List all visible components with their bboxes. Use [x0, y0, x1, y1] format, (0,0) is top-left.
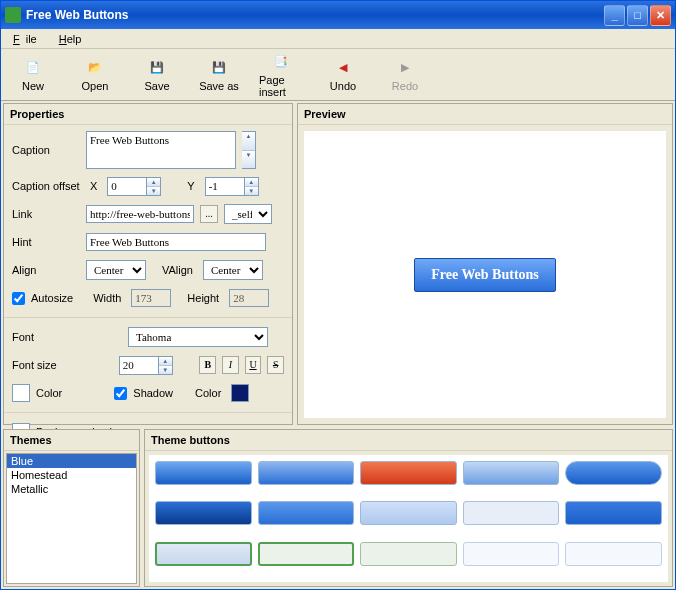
- titlebar: Free Web Buttons _ □ ✕: [1, 1, 675, 29]
- menubar: File Help: [1, 29, 675, 49]
- theme-swatch[interactable]: [360, 501, 457, 525]
- x-label: X: [90, 180, 97, 192]
- y-up[interactable]: ▲: [245, 178, 258, 187]
- offset-y-input[interactable]: [205, 177, 245, 196]
- y-label: Y: [187, 180, 194, 192]
- fontsize-input[interactable]: [119, 356, 159, 375]
- font-color-swatch[interactable]: [12, 384, 30, 402]
- theme-swatch[interactable]: [463, 501, 560, 525]
- theme-buttons-panel: Theme buttons: [144, 429, 673, 587]
- minimize-button[interactable]: _: [604, 5, 625, 26]
- saveas-icon: 💾: [209, 58, 229, 78]
- preview-title: Preview: [298, 104, 672, 125]
- open-icon: 📂: [85, 58, 105, 78]
- theme-buttons-title: Theme buttons: [145, 430, 672, 451]
- preview-button[interactable]: Free Web Buttons: [414, 258, 556, 292]
- caption-label: Caption: [12, 144, 80, 156]
- themes-title: Themes: [4, 430, 139, 451]
- theme-swatch[interactable]: [360, 542, 457, 566]
- caption-input[interactable]: Free Web Buttons: [86, 131, 236, 169]
- x-down[interactable]: ▼: [147, 187, 160, 195]
- valign-label: VAlign: [162, 264, 193, 276]
- link-input[interactable]: [86, 205, 194, 223]
- link-browse-button[interactable]: ...: [200, 205, 218, 223]
- toolbar-open[interactable]: 📂Open: [73, 58, 117, 92]
- y-down[interactable]: ▼: [245, 187, 258, 195]
- properties-panel: Properties Caption Free Web Buttons ▲▼ C…: [3, 103, 293, 425]
- theme-swatch[interactable]: [463, 542, 560, 566]
- align-label: Align: [12, 264, 80, 276]
- theme-swatch[interactable]: [155, 501, 252, 525]
- menu-file[interactable]: File: [7, 32, 49, 46]
- underline-button[interactable]: U: [245, 356, 262, 374]
- x-up[interactable]: ▲: [147, 178, 160, 187]
- toolbar-new[interactable]: 📄New: [11, 58, 55, 92]
- strike-button[interactable]: S: [267, 356, 284, 374]
- theme-item[interactable]: Metallic: [7, 482, 136, 496]
- valign-select[interactable]: Center: [203, 260, 263, 280]
- theme-swatch[interactable]: [258, 501, 355, 525]
- hint-input[interactable]: [86, 233, 266, 251]
- font-label: Font: [12, 331, 122, 343]
- caption-scroll-up[interactable]: ▲: [242, 132, 255, 151]
- bold-button[interactable]: B: [199, 356, 216, 374]
- shadow-label: Shadow: [133, 387, 173, 399]
- toolbar-save[interactable]: 💾Save: [135, 58, 179, 92]
- toolbar-redo: ▶Redo: [383, 58, 427, 92]
- redo-icon: ▶: [395, 58, 415, 78]
- theme-swatch[interactable]: [565, 501, 662, 525]
- theme-buttons-grid: [149, 455, 668, 582]
- close-button[interactable]: ✕: [650, 5, 671, 26]
- link-target-select[interactable]: _self: [224, 204, 272, 224]
- autosize-checkbox[interactable]: [12, 292, 25, 305]
- hint-label: Hint: [12, 236, 80, 248]
- save-icon: 💾: [147, 58, 167, 78]
- toolbar: 📄New 📂Open 💾Save 💾Save as 📑Page insert ◀…: [1, 49, 675, 101]
- shadow-checkbox[interactable]: [114, 387, 127, 400]
- themes-panel: Themes BlueHomesteadMetallic: [3, 429, 140, 587]
- theme-item[interactable]: Blue: [7, 454, 136, 468]
- toolbar-pageinsert[interactable]: 📑Page insert: [259, 52, 303, 98]
- width-input: [131, 289, 171, 307]
- fontsize-label: Font size: [12, 359, 113, 371]
- menu-help[interactable]: Help: [53, 32, 88, 46]
- preview-panel: Preview Free Web Buttons: [297, 103, 673, 425]
- fontsize-down[interactable]: ▼: [159, 366, 172, 374]
- theme-swatch[interactable]: [258, 461, 355, 485]
- height-label: Height: [187, 292, 219, 304]
- fontsize-up[interactable]: ▲: [159, 357, 172, 366]
- toolbar-undo[interactable]: ◀Undo: [321, 58, 365, 92]
- theme-swatch[interactable]: [155, 461, 252, 485]
- align-select[interactable]: Center: [86, 260, 146, 280]
- height-input: [229, 289, 269, 307]
- font-color-label: Color: [36, 387, 62, 399]
- theme-swatch[interactable]: [155, 542, 252, 566]
- offset-x-input[interactable]: [107, 177, 147, 196]
- width-label: Width: [93, 292, 121, 304]
- window-title: Free Web Buttons: [26, 8, 602, 22]
- preview-area: Free Web Buttons: [304, 131, 666, 418]
- shadow-color-swatch[interactable]: [231, 384, 249, 402]
- font-select[interactable]: Tahoma: [128, 327, 268, 347]
- theme-item[interactable]: Homestead: [7, 468, 136, 482]
- app-icon: [5, 7, 21, 23]
- properties-title: Properties: [4, 104, 292, 125]
- new-icon: 📄: [23, 58, 43, 78]
- theme-swatch[interactable]: [565, 461, 662, 485]
- theme-swatch[interactable]: [360, 461, 457, 485]
- offset-label: Caption offset: [12, 180, 80, 192]
- theme-swatch[interactable]: [565, 542, 662, 566]
- autosize-label: Autosize: [31, 292, 73, 304]
- theme-swatch[interactable]: [463, 461, 560, 485]
- toolbar-saveas[interactable]: 💾Save as: [197, 58, 241, 92]
- maximize-button[interactable]: □: [627, 5, 648, 26]
- caption-scroll-down[interactable]: ▼: [242, 151, 255, 169]
- italic-button[interactable]: I: [222, 356, 239, 374]
- page-insert-icon: 📑: [271, 52, 291, 72]
- shadow-color-label: Color: [195, 387, 221, 399]
- theme-swatch[interactable]: [258, 542, 355, 566]
- link-label: Link: [12, 208, 80, 220]
- themes-list[interactable]: BlueHomesteadMetallic: [6, 453, 137, 584]
- undo-icon: ◀: [333, 58, 353, 78]
